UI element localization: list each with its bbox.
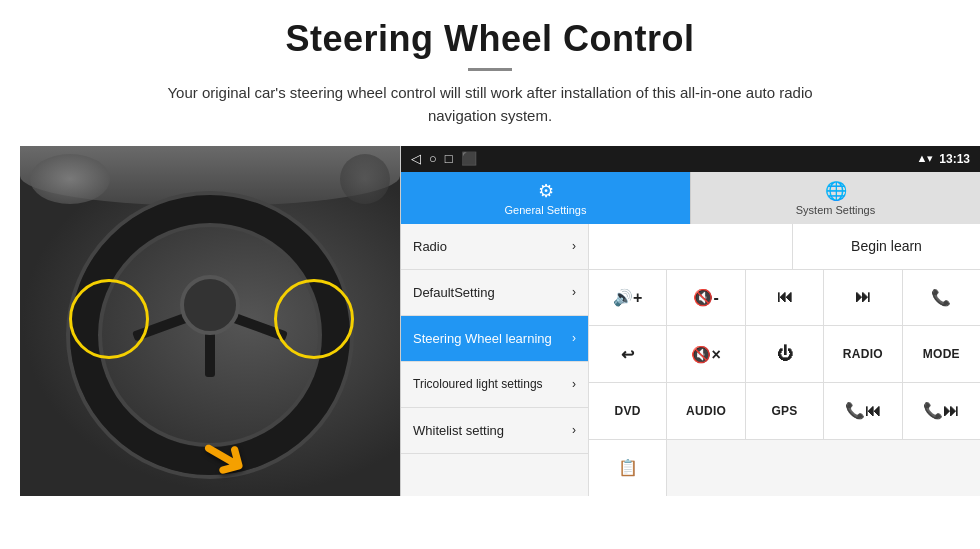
phone-prev-icon: 📞⏮ [845, 401, 881, 420]
audio-label: AUDIO [686, 404, 726, 418]
btn-row-1: 🔊+ 🔇- ⏮ ⏭ 📞 [589, 270, 980, 327]
phone-next-button[interactable]: 📞⏭ [903, 383, 980, 439]
radio-label: RADIO [843, 347, 883, 361]
chevron-icon-tricoloured: › [572, 377, 576, 391]
status-right: ▲▾ 13:13 [916, 152, 970, 166]
tab-general-settings[interactable]: ⚙ General Settings [401, 172, 690, 224]
power-icon: ⏻ [777, 345, 793, 363]
prev-track-icon: ⏮ [777, 288, 793, 306]
next-track-icon: ⏭ [855, 288, 871, 306]
radio-button[interactable]: RADIO [824, 326, 902, 382]
gauge-right [340, 154, 390, 204]
mute-icon: 🔇× [691, 345, 720, 364]
vol-up-button[interactable]: 🔊+ [589, 270, 667, 326]
main-area: Radio › DefaultSetting › Steering Wheel … [401, 224, 980, 496]
wifi-icon: ▲▾ [916, 152, 933, 165]
screenshot-nav-icon: ⬛ [461, 151, 477, 166]
header-section: Steering Wheel Control Your original car… [0, 0, 980, 138]
phone-icon: 📞 [931, 288, 951, 307]
phone-next-icon: 📞⏭ [923, 401, 959, 420]
arrow-container: ➜ [200, 426, 250, 486]
button-grid: 🔊+ 🔇- ⏮ ⏭ 📞 [589, 270, 980, 496]
menu-item-radio[interactable]: Radio › [401, 224, 588, 270]
menu-label-whitelist: Whitelist setting [413, 423, 504, 438]
mode-button[interactable]: MODE [903, 326, 980, 382]
dvd-button[interactable]: DVD [589, 383, 667, 439]
menu-label-default: DefaultSetting [413, 285, 495, 300]
menu-item-steering[interactable]: Steering Wheel learning › [401, 316, 588, 362]
btn-row-2: ↩ 🔇× ⏻ RADIO MO [589, 326, 980, 383]
vol-down-icon: 🔇- [693, 288, 718, 307]
menu-label-radio: Radio [413, 239, 447, 254]
chevron-icon-default: › [572, 285, 576, 299]
chevron-icon-whitelist: › [572, 423, 576, 437]
back-nav-icon: ◁ [411, 151, 421, 166]
vol-down-button[interactable]: 🔇- [667, 270, 745, 326]
steering-bg: ➜ [20, 146, 400, 496]
gauge-left [30, 154, 110, 204]
btn-row-3: DVD AUDIO GPS 📞⏮ [589, 383, 980, 440]
power-button[interactable]: ⏻ [746, 326, 824, 382]
next-track-button[interactable]: ⏭ [824, 270, 902, 326]
recent-nav-icon: □ [445, 151, 453, 166]
title-divider [468, 68, 512, 71]
mute-button[interactable]: 🔇× [667, 326, 745, 382]
tab-general-label: General Settings [505, 204, 587, 216]
general-settings-icon: ⚙ [538, 180, 554, 202]
begin-learn-button[interactable]: Begin learn [792, 224, 980, 269]
status-bar: ◁ ○ □ ⬛ ▲▾ 13:13 [401, 146, 980, 172]
back-call-icon: ↩ [621, 345, 634, 364]
page-subtitle: Your original car's steering wheel contr… [150, 81, 830, 128]
empty-space-row4 [667, 440, 980, 496]
gps-button[interactable]: GPS [746, 383, 824, 439]
tab-bar: ⚙ General Settings 🌐 System Settings [401, 172, 980, 224]
android-panel: ◁ ○ □ ⬛ ▲▾ 13:13 ⚙ General Settings 🌐 [400, 146, 980, 496]
tab-system-settings[interactable]: 🌐 System Settings [690, 172, 980, 224]
controls-panel: Begin learn 🔊+ 🔇- [589, 224, 980, 496]
audio-button[interactable]: AUDIO [667, 383, 745, 439]
phone-prev-button[interactable]: 📞⏮ [824, 383, 902, 439]
page-title: Steering Wheel Control [40, 18, 940, 60]
controls-empty-space [589, 224, 792, 269]
list-button[interactable]: 📋 [589, 440, 667, 496]
home-nav-icon: ○ [429, 151, 437, 166]
chevron-icon-steering: › [572, 331, 576, 345]
dvd-label: DVD [615, 404, 641, 418]
btn-row-4: 📋 [589, 440, 980, 496]
mode-label: MODE [923, 347, 960, 361]
status-icons-left: ◁ ○ □ ⬛ [411, 151, 477, 166]
list-icon: 📋 [618, 458, 638, 477]
phone-button[interactable]: 📞 [903, 270, 980, 326]
page: Steering Wheel Control Your original car… [0, 0, 980, 549]
menu-list: Radio › DefaultSetting › Steering Wheel … [401, 224, 589, 496]
vol-up-icon: 🔊+ [613, 288, 642, 307]
content-row: ➜ ◁ ○ □ ⬛ ▲▾ 13:13 [0, 146, 980, 550]
menu-item-tricoloured[interactable]: Tricoloured light settings › [401, 362, 588, 408]
highlight-circle-left [69, 279, 149, 359]
menu-item-default[interactable]: DefaultSetting › [401, 270, 588, 316]
menu-item-whitelist[interactable]: Whitelist setting › [401, 408, 588, 454]
menu-label-tricoloured: Tricoloured light settings [413, 377, 543, 391]
tab-system-label: System Settings [796, 204, 875, 216]
back-call-button[interactable]: ↩ [589, 326, 667, 382]
controls-top-row: Begin learn [589, 224, 980, 270]
system-settings-icon: 🌐 [825, 180, 847, 202]
status-time: 13:13 [939, 152, 970, 166]
menu-label-steering: Steering Wheel learning [413, 331, 552, 346]
chevron-icon-radio: › [572, 239, 576, 253]
highlight-circle-right [274, 279, 354, 359]
car-image-panel: ➜ [20, 146, 400, 496]
prev-track-button[interactable]: ⏮ [746, 270, 824, 326]
wheel-hub [180, 275, 240, 335]
gps-label: GPS [771, 404, 797, 418]
